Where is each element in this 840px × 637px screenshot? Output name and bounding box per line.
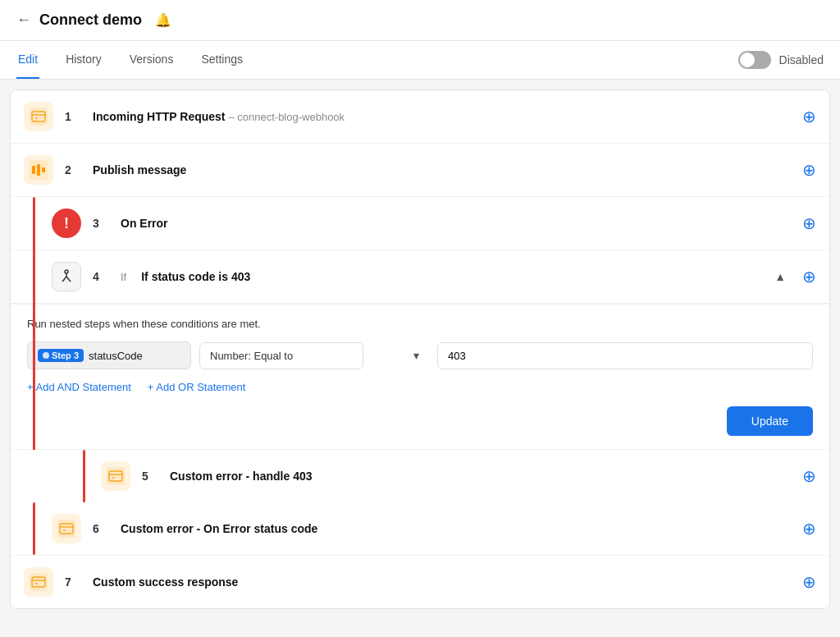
step-4-title: If status code is 403 bbox=[141, 270, 758, 283]
step-row-1: 1 Incoming HTTP Request – connect-blog-w… bbox=[11, 90, 829, 144]
tab-versions[interactable]: Versions bbox=[128, 41, 176, 79]
operator-select[interactable]: Number: Equal to Number: Not equal to Nu… bbox=[199, 342, 363, 369]
back-icon: ← bbox=[16, 11, 31, 29]
add-links: + Add AND Statement + Add OR Statement bbox=[27, 381, 813, 393]
step-4-number: 4 bbox=[93, 270, 109, 283]
step-3-title: On Error bbox=[121, 217, 791, 230]
main-content: 1 Incoming HTTP Request – connect-blog-w… bbox=[0, 89, 840, 609]
tab-edit[interactable]: Edit bbox=[16, 41, 39, 79]
step-7-number: 7 bbox=[65, 575, 81, 589]
step-6-add-button[interactable]: ⊕ bbox=[802, 519, 816, 538]
nested-group-inner: 5 Custom error - handle 403 ⊕ bbox=[11, 450, 829, 502]
condition-step-pill[interactable]: Step 3 statusCode bbox=[27, 341, 191, 369]
step-6-title: Custom error - On Error status code bbox=[121, 522, 791, 535]
svg-rect-7 bbox=[42, 167, 45, 172]
nested-group-outer: ! 3 On Error ⊕ 4 If If st bbox=[11, 197, 829, 502]
step-2-add-button[interactable]: ⊕ bbox=[802, 160, 816, 180]
step-2-number: 2 bbox=[65, 163, 81, 176]
step-3-number: 3 bbox=[93, 217, 109, 230]
svg-rect-6 bbox=[37, 164, 40, 176]
step-4-add-button[interactable]: ⊕ bbox=[802, 267, 816, 286]
step-1-title: Incoming HTTP Request – connect-blog-web… bbox=[93, 110, 791, 123]
step-7-add-button[interactable]: ⊕ bbox=[802, 572, 816, 592]
step-row-3: ! 3 On Error ⊕ bbox=[11, 197, 829, 250]
step-row-7: 7 Custom success response ⊕ bbox=[11, 556, 829, 608]
field-name: statusCode bbox=[89, 350, 143, 362]
step-6-number: 6 bbox=[93, 522, 109, 535]
step-row-4: 4 If If status code is 403 ▲ ⊕ bbox=[11, 250, 829, 304]
svg-rect-5 bbox=[32, 166, 35, 174]
step-row-5: 5 Custom error - handle 403 ⊕ bbox=[11, 450, 829, 502]
step-1-subtitle: – connect-blog-webhook bbox=[228, 111, 345, 123]
tabs-right: Disabled bbox=[738, 51, 824, 69]
step-4-collapse-button[interactable]: ▲ bbox=[769, 268, 791, 285]
back-button[interactable]: ← bbox=[16, 11, 31, 29]
condition-panel: Run nested steps when these conditions a… bbox=[11, 304, 829, 450]
step-1-icon bbox=[24, 102, 53, 131]
steps-container: 1 Incoming HTTP Request – connect-blog-w… bbox=[10, 89, 830, 609]
step-1-add-button[interactable]: ⊕ bbox=[802, 107, 816, 126]
step-4-icon bbox=[52, 262, 81, 291]
svg-point-8 bbox=[65, 270, 68, 273]
toggle-knob bbox=[740, 53, 755, 67]
step-1-number: 1 bbox=[65, 110, 81, 123]
inner-red-border bbox=[83, 450, 85, 502]
step-badge: Step 3 bbox=[38, 349, 84, 362]
step-6-icon bbox=[52, 514, 81, 543]
step-3-add-button[interactable]: ⊕ bbox=[802, 213, 816, 233]
page-title: Connect demo bbox=[39, 11, 142, 29]
step-2-icon bbox=[24, 155, 53, 185]
tab-history[interactable]: History bbox=[64, 41, 103, 79]
step-row-2: 2 Publish message ⊕ bbox=[11, 144, 829, 197]
step-5-title: Custom error - handle 403 bbox=[170, 470, 791, 483]
condition-row: Step 3 statusCode Number: Equal to Numbe… bbox=[27, 341, 813, 369]
tabs-bar: Edit History Versions Settings Disabled bbox=[0, 41, 840, 80]
step-7-icon bbox=[24, 567, 53, 597]
step-5-number: 5 bbox=[142, 470, 158, 483]
tab-settings[interactable]: Settings bbox=[199, 41, 244, 79]
operator-select-wrapper: Number: Equal to Number: Not equal to Nu… bbox=[199, 342, 429, 369]
step-6-red-border bbox=[33, 502, 35, 555]
step-dot-icon bbox=[43, 352, 49, 359]
condition-description: Run nested steps when these conditions a… bbox=[27, 318, 813, 330]
toggle-label: Disabled bbox=[779, 53, 824, 66]
add-and-button[interactable]: + Add AND Statement bbox=[27, 381, 131, 393]
condition-value-input[interactable] bbox=[437, 342, 813, 369]
step-3-icon: ! bbox=[52, 209, 81, 238]
svg-line-11 bbox=[66, 277, 71, 282]
update-btn-row: Update bbox=[27, 406, 813, 436]
step-row-6: 6 Custom error - On Error status code ⊕ bbox=[11, 502, 829, 556]
step-2-title: Publish message bbox=[93, 163, 791, 176]
step-5-icon bbox=[101, 461, 130, 491]
svg-line-10 bbox=[62, 277, 66, 282]
enable-toggle[interactable] bbox=[738, 51, 771, 69]
header: ← Connect demo 🔔 bbox=[0, 0, 840, 41]
step-4-prefix: If bbox=[121, 271, 126, 283]
bell-icon[interactable]: 🔔 bbox=[155, 12, 171, 28]
update-button[interactable]: Update bbox=[727, 406, 813, 436]
step-7-title: Custom success response bbox=[93, 575, 791, 589]
add-or-button[interactable]: + Add OR Statement bbox=[148, 381, 246, 393]
step-5-add-button[interactable]: ⊕ bbox=[802, 466, 816, 486]
